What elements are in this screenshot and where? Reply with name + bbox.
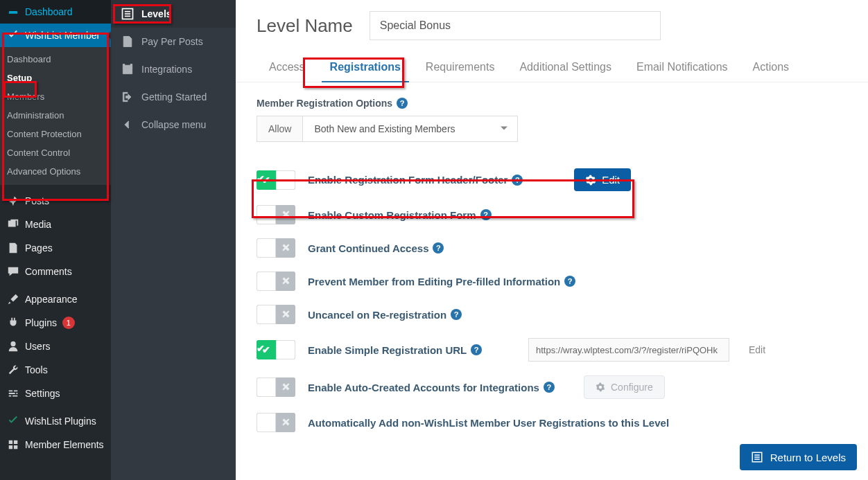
sidebar-label: Posts — [25, 195, 49, 206]
help-icon[interactable]: ? — [512, 175, 523, 186]
option-row-prevent-edit: ✕ Prevent Member from Editing Pre-filled… — [257, 265, 847, 298]
sidebar-label: WishList Plugins — [25, 416, 96, 427]
wlm-nav-label: Integrations — [141, 64, 192, 75]
calendar-icon — [121, 62, 134, 76]
configure-auto-accounts-button: Configure — [584, 375, 665, 399]
media-icon — [7, 218, 19, 231]
sidebar-item-tools[interactable]: Tools — [0, 358, 111, 382]
sidebar-label: Dashboard — [25, 6, 73, 17]
help-icon[interactable]: ? — [480, 209, 492, 220]
toggle-auto-accounts[interactable]: ✕ — [257, 377, 295, 397]
main-content: Level Name Access Registrations Requirem… — [236, 0, 868, 480]
configure-button-label: Configure — [611, 382, 653, 393]
sidebar-label: WishList Member — [25, 30, 100, 41]
wlm-nav-label: Collapse menu — [141, 119, 206, 130]
submenu-members[interactable]: Members — [0, 87, 111, 106]
toggle-custom-form[interactable]: ✕ — [257, 205, 295, 224]
sidebar-item-comments[interactable]: Comments — [0, 260, 111, 283]
submenu-advanced-options[interactable]: Advanced Options — [0, 162, 111, 181]
sidebar-item-settings[interactable]: Settings — [0, 382, 111, 405]
option-row-custom-form: ✕ Enable Custom Registration Form ? — [257, 198, 631, 231]
edit-button-label: Edit — [602, 174, 620, 186]
sidebar-label: Settings — [25, 388, 60, 399]
option-row-uncancel: ✕ Uncancel on Re-registration ? — [257, 298, 631, 331]
help-icon[interactable]: ? — [397, 98, 408, 109]
option-label: Enable Simple Registration URL — [308, 344, 467, 356]
sidebar-item-plugins[interactable]: Plugins 1 — [0, 311, 111, 335]
toggle-continued-access[interactable]: ✕ — [257, 238, 295, 258]
wlm-nav-levels[interactable]: Levels — [111, 0, 236, 28]
edit-header-footer-button[interactable]: Edit — [574, 168, 631, 191]
grid-icon — [7, 438, 19, 451]
submenu-dashboard[interactable]: Dashboard — [0, 50, 111, 69]
help-icon[interactable]: ? — [564, 276, 575, 287]
submenu-content-protection[interactable]: Content Protection — [0, 125, 111, 143]
member-registration-options-label: Member Registration Options ? — [257, 98, 847, 109]
option-label: Grant Continued Access — [308, 242, 428, 254]
sidebar-item-appearance[interactable]: Appearance — [0, 287, 111, 311]
sidebar-item-posts[interactable]: Posts — [0, 189, 111, 213]
wlm-nav-pay-per-posts[interactable]: Pay Per Posts — [111, 28, 236, 55]
page-header: Level Name — [236, 0, 868, 53]
toggle-auto-add[interactable]: ✕ — [257, 413, 295, 432]
sidebar-label: Users — [25, 341, 51, 352]
sidebar-label: Comments — [25, 266, 72, 277]
sidebar-label: Pages — [25, 242, 53, 254]
wlm-setup-sidebar: Levels Pay Per Posts Integrations Gettin… — [111, 0, 236, 480]
submenu-setup[interactable]: Setup — [0, 69, 111, 87]
allow-selector: Allow Both New and Existing Members — [257, 116, 847, 142]
simple-url-input[interactable] — [528, 338, 729, 362]
sidebar-label: Tools — [25, 364, 48, 375]
wlm-nav-collapse[interactable]: Collapse menu — [111, 111, 236, 139]
dashboard-icon — [7, 6, 19, 18]
help-icon[interactable]: ? — [433, 242, 444, 254]
wrench-icon — [7, 364, 19, 376]
option-label: Automatically Add non-WishList Member Us… — [308, 417, 669, 429]
plug-icon — [7, 317, 19, 329]
help-icon[interactable]: ? — [471, 344, 482, 355]
sidebar-item-dashboard[interactable]: Dashboard — [0, 0, 111, 24]
toggle-header-footer[interactable]: ✔ — [257, 170, 295, 190]
check-icon — [7, 415, 19, 427]
list-icon — [121, 7, 134, 21]
tab-actions[interactable]: Actions — [740, 53, 801, 82]
toggle-uncancel[interactable]: ✕ — [257, 305, 295, 324]
sidebar-label: Appearance — [25, 294, 78, 305]
tab-requirements[interactable]: Requirements — [413, 53, 507, 82]
wlm-nav-integrations[interactable]: Integrations — [111, 55, 236, 83]
edit-simple-url-link[interactable]: Edit — [742, 344, 772, 355]
submenu-content-control[interactable]: Content Control — [0, 143, 111, 162]
help-icon[interactable]: ? — [544, 382, 555, 393]
exit-icon — [121, 90, 134, 104]
return-to-levels-button[interactable]: Return to Levels — [740, 444, 857, 470]
toggle-prevent-edit[interactable]: ✕ — [257, 272, 295, 291]
toggle-simple-url[interactable]: ✔ — [257, 340, 295, 359]
tab-registrations[interactable]: Registrations — [318, 53, 413, 82]
wlm-nav-getting-started[interactable]: Getting Started — [111, 83, 236, 111]
option-label: Uncancel on Re-registration — [308, 309, 446, 321]
sidebar-item-media[interactable]: Media — [0, 213, 111, 236]
option-row-continued-access: ✕ Grant Continued Access ? — [257, 231, 631, 265]
sidebar-item-wishlist-member[interactable]: WishList Member — [0, 24, 111, 47]
tab-additional-settings[interactable]: Additional Settings — [507, 53, 624, 82]
level-name-input[interactable] — [370, 11, 661, 40]
submenu-administration[interactable]: Administration — [0, 106, 111, 125]
sidebar-label: Plugins — [25, 317, 57, 328]
tab-access[interactable]: Access — [257, 53, 318, 82]
help-icon[interactable]: ? — [451, 309, 462, 320]
pages-icon — [7, 242, 19, 254]
sidebar-item-member-elements[interactable]: Member Elements — [0, 433, 111, 456]
tab-email-notifications[interactable]: Email Notifications — [624, 53, 740, 82]
registration-options-list: ✔ Enable Registration Form Header/Footer… — [257, 161, 847, 439]
allow-dropdown[interactable]: Both New and Existing Members — [303, 116, 518, 142]
option-row-header-footer: ✔ Enable Registration Form Header/Footer… — [257, 161, 631, 198]
sidebar-item-users[interactable]: Users — [0, 335, 111, 358]
return-button-label: Return to Levels — [770, 452, 846, 463]
option-label: Enable Registration Form Header/Footer — [308, 174, 507, 186]
chevron-left-icon — [121, 118, 134, 132]
sidebar-item-wishlist-plugins[interactable]: WishList Plugins — [0, 409, 111, 433]
comments-icon — [7, 265, 19, 278]
option-label: Prevent Member from Editing Pre-filled I… — [308, 276, 560, 287]
chevron-down-icon — [501, 127, 507, 134]
sidebar-item-pages[interactable]: Pages — [0, 236, 111, 260]
